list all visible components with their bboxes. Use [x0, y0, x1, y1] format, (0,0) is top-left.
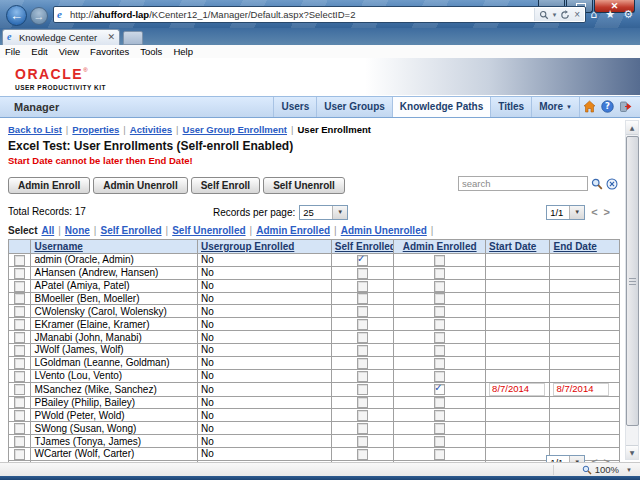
self-enrolled-checkbox[interactable]: [357, 345, 368, 356]
self-enrolled-checkbox[interactable]: [357, 397, 368, 408]
admin-enrolled-checkbox[interactable]: [434, 423, 445, 434]
breadcrumb-link-properties[interactable]: Properties: [72, 124, 119, 135]
tab-titles[interactable]: Titles: [490, 97, 531, 117]
search-icon[interactable]: [591, 178, 603, 190]
row-select-checkbox[interactable]: [14, 306, 25, 317]
admin-enrolled-checkbox[interactable]: [434, 436, 445, 447]
home-icon[interactable]: [583, 100, 596, 113]
admin-enrolled-checkbox[interactable]: [434, 410, 445, 421]
admin-enroll-button[interactable]: Admin Enroll: [8, 177, 90, 194]
self-enrolled-checkbox[interactable]: [357, 281, 368, 292]
admin-enrolled-checkbox[interactable]: [434, 319, 445, 330]
self-enrolled-checkbox[interactable]: [357, 255, 368, 266]
menu-edit[interactable]: Edit: [31, 46, 47, 57]
scrollbar-thumb[interactable]: [626, 136, 639, 426]
row-select-checkbox[interactable]: [14, 397, 25, 408]
per-page-select[interactable]: 25 ▼: [299, 205, 348, 220]
select-link-self-enrolled[interactable]: Self Enrolled: [100, 225, 161, 236]
home-icon[interactable]: ⌂: [590, 9, 597, 20]
row-select-checkbox[interactable]: [14, 255, 25, 266]
row-select-checkbox[interactable]: [14, 410, 25, 421]
row-select-checkbox[interactable]: [14, 436, 25, 447]
tab-knowledge-paths[interactable]: Knowledge Paths: [392, 97, 490, 117]
row-select-checkbox[interactable]: [14, 423, 25, 434]
self-enrolled-checkbox[interactable]: [357, 293, 368, 304]
self-enrolled-checkbox[interactable]: [357, 449, 368, 460]
select-link-self-unenrolled[interactable]: Self Unenrolled: [172, 225, 245, 236]
scroll-down-icon[interactable]: ▼: [626, 445, 638, 459]
admin-enrolled-checkbox[interactable]: [434, 293, 445, 304]
row-select-checkbox[interactable]: [14, 332, 25, 343]
menu-view[interactable]: View: [59, 46, 79, 57]
back-button[interactable]: ←: [6, 5, 27, 26]
zoom-control[interactable]: 100% ▼: [582, 464, 632, 475]
admin-enrolled-checkbox[interactable]: [434, 268, 445, 279]
menu-favorites[interactable]: Favorites: [90, 46, 129, 57]
column-username[interactable]: Username: [31, 240, 198, 254]
page-select[interactable]: 1/1 ▼: [546, 205, 585, 220]
admin-enrolled-checkbox[interactable]: [434, 306, 445, 317]
tab-more[interactable]: More▼: [531, 97, 580, 117]
search-dropdown-icon[interactable]: ▾: [553, 11, 557, 19]
new-tab-button[interactable]: [123, 31, 143, 45]
self-enrolled-checkbox[interactable]: [357, 319, 368, 330]
self-enrolled-checkbox[interactable]: [357, 332, 368, 343]
row-select-checkbox[interactable]: [14, 384, 25, 395]
address-bar[interactable]: e http://ahufford-lap/KCenter12_1/Manage…: [53, 6, 586, 23]
select-link-none[interactable]: None: [65, 225, 90, 236]
breadcrumb-link-activities[interactable]: Activities: [130, 124, 172, 135]
select-link-admin-unenrolled[interactable]: Admin Unenrolled: [341, 225, 427, 236]
settings-gear-icon[interactable]: ⚙: [623, 9, 633, 20]
forward-button[interactable]: →: [30, 7, 48, 25]
menu-tools[interactable]: Tools: [140, 46, 162, 57]
search-input[interactable]: [458, 176, 588, 191]
column-usergroup-enrolled[interactable]: Usergroup Enrolled: [198, 240, 332, 254]
admin-enrolled-checkbox[interactable]: [434, 255, 445, 266]
self-enrolled-checkbox[interactable]: [357, 384, 368, 395]
row-select-checkbox[interactable]: [14, 293, 25, 304]
select-link-admin-enrolled[interactable]: Admin Enrolled: [256, 225, 330, 236]
start-date-input[interactable]: 8/7/2014: [489, 383, 545, 396]
self-enrolled-checkbox[interactable]: [357, 358, 368, 369]
column-admin-enrolled[interactable]: Admin Enrolled: [394, 240, 486, 254]
clear-search-icon[interactable]: [606, 178, 618, 190]
admin-enrolled-checkbox[interactable]: [434, 397, 445, 408]
scroll-up-icon[interactable]: ▲: [626, 121, 638, 135]
self-unenroll-button[interactable]: Self Unenroll: [263, 177, 345, 194]
select-link-all[interactable]: All: [41, 225, 54, 236]
self-enrolled-checkbox[interactable]: [357, 306, 368, 317]
admin-enrolled-checkbox[interactable]: [434, 384, 445, 395]
refresh-icon[interactable]: [560, 10, 570, 20]
end-date-input[interactable]: 8/7/2014: [553, 383, 609, 396]
admin-enrolled-checkbox[interactable]: [434, 281, 445, 292]
column-end-date[interactable]: End Date: [550, 240, 620, 254]
row-select-checkbox[interactable]: [14, 371, 25, 382]
self-enrolled-checkbox[interactable]: [357, 436, 368, 447]
column-self-enrolled[interactable]: Self Enrolled: [331, 240, 393, 254]
page-select[interactable]: 1/1 ▼: [546, 455, 585, 462]
row-select-checkbox[interactable]: [14, 268, 25, 279]
self-enrolled-checkbox[interactable]: [357, 371, 368, 382]
self-enrolled-checkbox[interactable]: [357, 268, 368, 279]
breadcrumb-link-back-to-list[interactable]: Back to List: [8, 124, 62, 135]
admin-enrolled-checkbox[interactable]: [434, 371, 445, 382]
tab-close-icon[interactable]: ✕: [107, 32, 115, 42]
previous-page-icon[interactable]: <: [591, 207, 597, 218]
row-select-checkbox[interactable]: [14, 319, 25, 330]
admin-enrolled-checkbox[interactable]: [434, 332, 445, 343]
stop-icon[interactable]: ×: [574, 10, 580, 20]
tab-user-groups[interactable]: User Groups: [316, 97, 392, 117]
tab-users[interactable]: Users: [273, 97, 316, 117]
next-page-icon[interactable]: >: [604, 207, 610, 218]
admin-enrolled-checkbox[interactable]: [434, 449, 445, 460]
row-select-checkbox[interactable]: [14, 449, 25, 460]
admin-enrolled-checkbox[interactable]: [434, 345, 445, 356]
logout-icon[interactable]: [619, 100, 632, 113]
menu-file[interactable]: File: [5, 46, 20, 57]
vertical-scrollbar[interactable]: ▲ ▼: [625, 120, 639, 460]
breadcrumb-link-user-group-enrollment[interactable]: User Group Enrollment: [183, 124, 288, 135]
row-select-checkbox[interactable]: [14, 345, 25, 356]
menu-help[interactable]: Help: [173, 46, 193, 57]
column-start-date[interactable]: Start Date: [486, 240, 550, 254]
row-select-checkbox[interactable]: [14, 281, 25, 292]
